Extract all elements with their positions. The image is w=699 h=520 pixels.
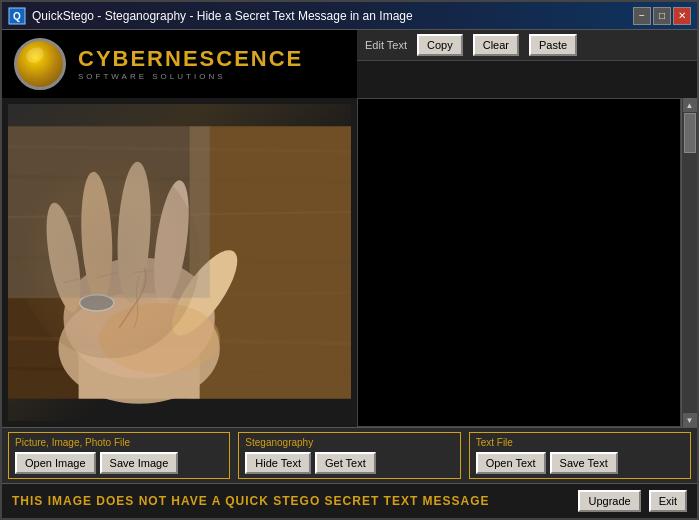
edit-text-label: Edit Text bbox=[365, 39, 407, 51]
main-window: Q QuickStego - Steganography - Hide a Se… bbox=[0, 0, 699, 520]
app-icon: Q bbox=[8, 7, 26, 25]
scroll-up-arrow[interactable]: ▲ bbox=[683, 98, 697, 112]
scrollbar: ▲ ▼ bbox=[681, 98, 697, 427]
logo-name: CYBERNESCENCE bbox=[78, 48, 303, 70]
right-panel: Edit Text Copy Clear Paste bbox=[357, 30, 697, 98]
get-text-button[interactable]: Get Text bbox=[315, 452, 376, 474]
steganography-panel: Steganography Hide Text Get Text bbox=[238, 432, 460, 479]
bottom-area: Picture, Image, Photo File Open Image Sa… bbox=[2, 427, 697, 518]
logo-section: CYBERNESCENCE SOFTWARE SOLUTIONS bbox=[2, 30, 357, 98]
edit-text-header: Edit Text Copy Clear Paste bbox=[357, 30, 697, 61]
status-message: THIS IMAGE DOES NOT HAVE A QUICK STEGO S… bbox=[12, 494, 490, 508]
status-bar: THIS IMAGE DOES NOT HAVE A QUICK STEGO S… bbox=[2, 483, 697, 518]
text-file-buttons: Open Text Save Text bbox=[476, 452, 684, 474]
text-file-label: Text File bbox=[476, 437, 684, 448]
logo-text-area: CYBERNESCENCE SOFTWARE SOLUTIONS bbox=[78, 48, 303, 81]
svg-text:Q: Q bbox=[13, 11, 21, 22]
copy-button[interactable]: Copy bbox=[417, 34, 463, 56]
image-display bbox=[8, 104, 351, 421]
close-button[interactable]: ✕ bbox=[673, 7, 691, 25]
scroll-track[interactable] bbox=[682, 112, 697, 413]
steg-panel-label: Steganography bbox=[245, 437, 453, 448]
picture-panel: Picture, Image, Photo File Open Image Sa… bbox=[8, 432, 230, 479]
text-editor-input[interactable] bbox=[358, 99, 680, 426]
paste-button[interactable]: Paste bbox=[529, 34, 577, 56]
main-content: CYBERNESCENCE SOFTWARE SOLUTIONS Edit Te… bbox=[2, 30, 697, 518]
save-text-button[interactable]: Save Text bbox=[550, 452, 618, 474]
open-text-button[interactable]: Open Text bbox=[476, 452, 546, 474]
steg-panel-buttons: Hide Text Get Text bbox=[245, 452, 453, 474]
image-svg bbox=[8, 104, 351, 421]
save-image-button[interactable]: Save Image bbox=[100, 452, 179, 474]
picture-panel-label: Picture, Image, Photo File bbox=[15, 437, 223, 448]
exit-button[interactable]: Exit bbox=[649, 490, 687, 512]
scroll-thumb[interactable] bbox=[684, 113, 696, 153]
window-controls: − □ ✕ bbox=[633, 7, 691, 25]
header-area: CYBERNESCENCE SOFTWARE SOLUTIONS Edit Te… bbox=[2, 30, 697, 98]
text-editor-panel bbox=[357, 98, 681, 427]
logo-subtitle: SOFTWARE SOLUTIONS bbox=[78, 72, 303, 81]
upgrade-button[interactable]: Upgrade bbox=[578, 490, 640, 512]
text-file-panel: Text File Open Text Save Text bbox=[469, 432, 691, 479]
window-title: QuickStego - Steganography - Hide a Secr… bbox=[32, 9, 633, 23]
open-image-button[interactable]: Open Image bbox=[15, 452, 96, 474]
maximize-button[interactable]: □ bbox=[653, 7, 671, 25]
middle-area: ▲ ▼ bbox=[2, 98, 697, 427]
minimize-button[interactable]: − bbox=[633, 7, 651, 25]
clear-button[interactable]: Clear bbox=[473, 34, 519, 56]
scroll-down-arrow[interactable]: ▼ bbox=[683, 413, 697, 427]
hide-text-button[interactable]: Hide Text bbox=[245, 452, 311, 474]
picture-panel-buttons: Open Image Save Image bbox=[15, 452, 223, 474]
status-buttons: Upgrade Exit bbox=[578, 490, 687, 512]
title-bar: Q QuickStego - Steganography - Hide a Se… bbox=[2, 2, 697, 30]
button-panels: Picture, Image, Photo File Open Image Sa… bbox=[2, 427, 697, 483]
logo-circle bbox=[14, 38, 66, 90]
text-editor-area: ▲ ▼ bbox=[357, 98, 697, 427]
svg-point-25 bbox=[18, 157, 200, 359]
image-panel bbox=[2, 98, 357, 427]
